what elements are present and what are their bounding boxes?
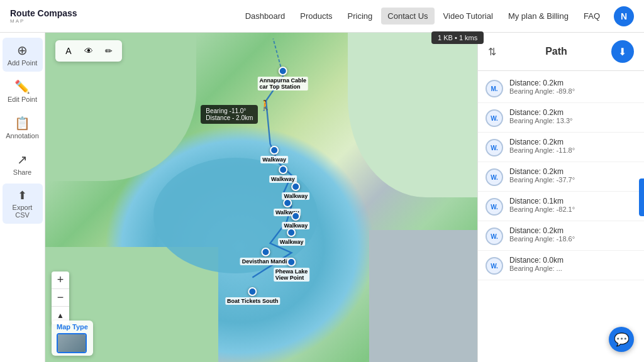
sidebar-label-add-point: Add Point [8, 59, 38, 67]
path-info-2: Distance: 0.2km Bearing Angle: 13.3° [509, 108, 636, 124]
path-bearing-1: Bearing Angle: -89.8° [509, 87, 636, 95]
path-item-3: W. Distance: 0.2km Bearing Angle: -11.8° [478, 133, 644, 162]
app-header: Route Compass MAP Dashboard Products Pri… [0, 0, 644, 33]
path-node-5: W. [486, 198, 503, 216]
sidebar: ⊕ Add Point ✏️ Edit Point 📋 Annotation ↗… [0, 33, 45, 362]
export-csv-icon: ⬆ [18, 189, 27, 202]
point-label-phewa: Phewa LakeView Point [274, 268, 310, 282]
logo: Route Compass MAP [10, 8, 77, 24]
path-item-1: M. Distance: 0.2km Bearing Angle: -89.8° [478, 74, 644, 103]
path-bearing-3: Bearing Angle: -11.8° [509, 146, 636, 154]
map-type-box[interactable]: Map Type [52, 321, 93, 356]
sidebar-label-annotation: Annotation [6, 132, 39, 140]
path-node-2: W. [486, 109, 503, 127]
main-nav: Dashboard Products Pricing Contact Us Vi… [239, 6, 634, 26]
map-point-cable-car[interactable]: Annapurna Cablecar Top Station [258, 67, 309, 90]
path-dist-2: Distance: 0.2km [509, 108, 636, 117]
path-node-7: W. [486, 257, 503, 275]
path-dist-7: Distance: 0.0km [509, 256, 636, 265]
nav-billing[interactable]: My plan & Billing [502, 8, 575, 25]
point-dot-w1 [270, 146, 279, 155]
sidebar-label-edit-point: Edit Point [8, 96, 37, 103]
point-dot-w5 [291, 212, 300, 221]
sidebar-label-export-csv: Export CSV [5, 204, 40, 219]
map-point-walkway-6[interactable]: Walkway [278, 228, 306, 246]
panel-title: Path [545, 46, 567, 57]
point-dot-w4 [283, 199, 292, 207]
path-info-4: Distance: 0.2km Bearing Angle: -37.7° [509, 167, 636, 184]
path-dist-4: Distance: 0.2km [509, 167, 636, 176]
path-dist-1: Distance: 0.2km [509, 79, 636, 87]
path-node-6: W. [486, 228, 503, 245]
point-dot-boat [248, 287, 257, 296]
path-dist-5: Distance: 0.1km [509, 197, 636, 206]
zoom-in-button[interactable]: + [52, 272, 69, 289]
zoom-controls: + − ▲ [52, 272, 69, 324]
path-bearing-7: Bearing Angle: ... [509, 265, 636, 272]
nav-faq[interactable]: FAQ [577, 8, 606, 25]
download-button[interactable]: ⬇ [611, 40, 634, 63]
path-item-5: W. Distance: 0.1km Bearing Angle: -82.1° [478, 192, 644, 221]
path-info-3: Distance: 0.2km Bearing Angle: -11.8° [509, 138, 636, 154]
sidebar-item-export-csv[interactable]: ⬆ Export CSV [3, 184, 43, 224]
path-info-7: Distance: 0.0km Bearing Angle: ... [509, 256, 636, 272]
path-bearing-2: Bearing Angle: 13.3° [509, 117, 636, 124]
map-type-label: Map Type [57, 323, 88, 331]
distance-text: Distance - 2.0km [206, 114, 253, 121]
annotation-icon: 📋 [14, 116, 30, 131]
nav-contact[interactable]: Contact Us [381, 8, 434, 25]
zoom-out-button[interactable]: − [52, 289, 69, 307]
sidebar-item-annotation[interactable]: 📋 Annotation [3, 111, 43, 145]
sidebar-item-edit-point[interactable]: ✏️ Edit Point [3, 74, 43, 108]
map-type-thumbnail[interactable] [57, 333, 87, 353]
download-icon: ⬇ [618, 46, 626, 58]
path-node-3: W. [486, 139, 503, 156]
map-area[interactable]: A 👁 ✏ Bearing -11.0° Distance - 2.0km An… [45, 33, 477, 362]
share-icon: ↗ [17, 152, 28, 167]
map-point-boat[interactable]: Boat Tickets South [225, 287, 280, 305]
path-list: M. Distance: 0.2km Bearing Angle: -89.8°… [478, 71, 644, 362]
path-panel: ⇅ Path ⬇ M. Distance: 0.2km Bearing Angl… [477, 33, 644, 362]
point-label-w6: Walkway [278, 238, 306, 246]
point-label-w1: Walkway [260, 156, 288, 163]
map-point-walkway-1[interactable]: Walkway [260, 146, 288, 163]
nav-products[interactable]: Products [294, 8, 338, 25]
path-info-5: Distance: 0.1km Bearing Angle: -82.1° [509, 197, 636, 213]
point-dot-w6 [287, 228, 296, 237]
point-label-cable-car: Annapurna Cablecar Top Station [258, 77, 309, 90]
map-point-phewa[interactable]: Phewa LakeView Point [274, 258, 310, 282]
edit-tool-button[interactable]: ✏ [101, 43, 117, 59]
chat-button[interactable]: 💬 [609, 327, 634, 352]
map-point-walkway-2[interactable]: Walkway [269, 165, 297, 183]
map-point-walkway-3[interactable]: Walkway [282, 182, 310, 200]
panel-header: ⇅ Path ⬇ [478, 33, 644, 71]
text-tool-button[interactable]: A [60, 43, 77, 59]
path-dist-6: Distance: 0.2km [509, 226, 636, 235]
nav-pricing[interactable]: Pricing [341, 8, 379, 25]
point-dot-w2 [279, 165, 287, 174]
view-tool-button[interactable]: 👁 [80, 43, 97, 59]
path-item-2: W. Distance: 0.2km Bearing Angle: 13.3° [478, 103, 644, 133]
point-dot-w3 [291, 182, 300, 191]
sidebar-label-share: Share [13, 168, 31, 176]
app-title: Route Compass [10, 8, 77, 18]
map-point-walker-1[interactable]: 🚶 [259, 99, 272, 111]
map-point-walkway-5[interactable]: Walkway [282, 212, 310, 229]
text-tool-icon: A [65, 46, 71, 56]
path-node-1: M. [486, 80, 503, 97]
sidebar-item-share[interactable]: ↗ Share [3, 147, 43, 181]
path-dist-3: Distance: 0.2km [509, 138, 636, 146]
edit-tool-icon: ✏ [105, 46, 113, 56]
app-subtitle: MAP [10, 18, 77, 24]
bearing-popup: Bearing -11.0° Distance - 2.0km [201, 105, 258, 124]
map-land-4 [369, 230, 477, 362]
nav-video[interactable]: Video Tutorial [437, 8, 499, 25]
add-point-icon: ⊕ [17, 43, 28, 58]
nav-dashboard[interactable]: Dashboard [239, 8, 292, 25]
sidebar-item-add-point[interactable]: ⊕ Add Point [3, 38, 43, 72]
point-dot-cable-car [279, 67, 287, 75]
path-bearing-4: Bearing Angle: -37.7° [509, 176, 636, 184]
scroll-handle[interactable] [639, 178, 644, 216]
user-avatar[interactable]: N [614, 6, 634, 26]
sort-icon: ⇅ [488, 46, 496, 58]
